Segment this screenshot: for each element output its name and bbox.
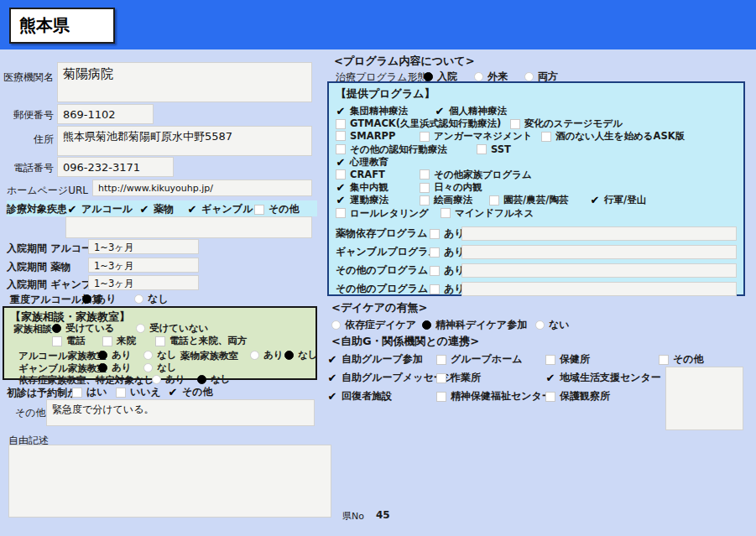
sst-checkbox[interactable]: SST xyxy=(477,143,511,155)
smarpp-checkbox[interactable]: SMARPP xyxy=(336,130,395,142)
stay-drug-label: 入院期間 薬物 xyxy=(7,260,70,274)
checkbox-icon xyxy=(168,388,178,398)
ask-edition-checkbox[interactable]: 酒のない人生を始めるASK版 xyxy=(541,130,685,143)
other-program-detail-input-1[interactable] xyxy=(461,263,737,278)
gambling-program-detail-input[interactable] xyxy=(461,245,737,259)
drug-program-row: 薬物依存プログラム あり xyxy=(336,225,737,243)
phone-input[interactable]: 096-232-3171 xyxy=(57,157,174,177)
alcohol-class-nashi-radio[interactable]: なし xyxy=(143,349,177,362)
checkbox-icon xyxy=(72,388,82,398)
severe-ari-radio[interactable]: あり xyxy=(82,292,117,306)
other-program-ari-checkbox-1[interactable]: あり xyxy=(430,263,461,278)
other-program-ari-checkbox-2[interactable]: あり xyxy=(430,282,461,296)
checkbox-icon xyxy=(327,355,337,365)
severe-nashi-radio[interactable]: なし xyxy=(134,292,169,306)
disease-other-checkbox[interactable]: その他 xyxy=(254,202,300,216)
stay-drug-input[interactable]: 1~3ヶ月 xyxy=(88,258,199,273)
role-lettering-checkbox[interactable]: ロールレタリング xyxy=(336,207,429,220)
stay-alcohol-input[interactable]: 1~3ヶ月 xyxy=(88,239,199,254)
stage-of-change-checkbox[interactable]: 変化のステージモデル xyxy=(510,117,623,130)
other-note-input[interactable]: 緊急度で分けている。 xyxy=(46,399,315,426)
group-home-checkbox[interactable]: グループホーム xyxy=(436,352,522,367)
disease-alcohol-checkbox[interactable]: アルコール xyxy=(67,202,133,216)
checkbox-icon xyxy=(327,373,337,383)
checkbox-icon xyxy=(336,169,346,180)
addiction-daycare-radio[interactable]: 依存症デイケア xyxy=(331,318,416,332)
drug-program-detail-input[interactable] xyxy=(461,226,737,241)
group-psychotherapy-checkbox[interactable]: 集団精神療法 xyxy=(336,105,408,117)
network-other-checkbox[interactable]: その他 xyxy=(659,352,704,367)
other-program-detail-input-2[interactable] xyxy=(461,282,737,296)
checkbox-label: 集中内観 xyxy=(350,181,388,194)
reservation-yes-checkbox[interactable]: はい xyxy=(72,385,107,399)
drug-program-label: 薬物依存プログラム xyxy=(336,226,430,241)
consult-receiving-radio[interactable]: 受けている xyxy=(52,322,115,335)
psychiatric-daycare-radio[interactable]: 精神科デイケア参加 xyxy=(422,318,527,332)
self-help-group-checkbox[interactable]: 自助グループ参加 xyxy=(327,352,423,367)
mindfulness-checkbox[interactable]: マインドフルネス xyxy=(441,207,534,220)
institution-label: 医療機関名 xyxy=(2,70,54,85)
prefecture-label: 熊本県 xyxy=(19,14,70,37)
hiking-checkbox[interactable]: 行軍/登山 xyxy=(590,194,646,206)
art-therapy-checkbox[interactable]: 絵画療法 xyxy=(420,194,472,206)
checkbox-label: 薬物 xyxy=(154,202,174,216)
mental-health-welfare-center-checkbox[interactable]: 精神保健福祉センター xyxy=(436,389,552,403)
general-class-nashi-radio[interactable]: なし xyxy=(197,373,231,386)
drug-class-ari-radio[interactable]: あり xyxy=(250,349,284,362)
consult-not-receiving-radio[interactable]: 受けていない xyxy=(136,322,208,335)
gambling-class-nashi-radio[interactable]: なし xyxy=(143,362,177,374)
health-center-checkbox[interactable]: 保健所 xyxy=(545,352,590,367)
checkbox-label: 日々の内観 xyxy=(434,181,482,194)
craft-checkbox[interactable]: CRAFT xyxy=(336,169,385,180)
radio-label: 受けている xyxy=(65,322,115,335)
other-cbt-checkbox[interactable]: その他の認知行動療法 xyxy=(336,143,447,156)
daycare-heading: <デイケアの有無> xyxy=(331,300,427,315)
institution-input[interactable]: 菊陽病院 xyxy=(57,62,312,102)
postal-input[interactable]: 869-1102 xyxy=(57,104,154,124)
disease-gambling-checkbox[interactable]: ギャンブル xyxy=(187,202,253,216)
radio-label: あり xyxy=(96,292,117,306)
exercise-therapy-checkbox[interactable]: 運動療法 xyxy=(336,194,388,206)
radio-icon xyxy=(284,351,294,360)
no-daycare-radio[interactable]: ない xyxy=(535,318,570,332)
checkbox-label: 変化のステージモデル xyxy=(524,117,623,130)
drug-class-nashi-radio[interactable]: なし xyxy=(284,349,318,362)
consult-both-checkbox[interactable]: 電話と来院、両方 xyxy=(155,335,247,347)
gtmack-checkbox[interactable]: GTMACK(久里浜式認知行動療法) xyxy=(336,117,501,130)
self-help-message-checkbox[interactable]: 自助グループメッセージ xyxy=(327,371,454,385)
general-class-ari-radio[interactable]: あり xyxy=(152,373,185,386)
network-other-detail-box[interactable] xyxy=(665,367,743,430)
checkbox-icon xyxy=(420,195,430,206)
intensive-naikan-checkbox[interactable]: 集中内観 xyxy=(336,181,388,194)
horticulture-checkbox[interactable]: 園芸/農芸/陶芸 xyxy=(489,194,568,206)
recovery-facility-checkbox[interactable]: 回復者施設 xyxy=(327,389,392,403)
reservation-no-checkbox[interactable]: いいえ xyxy=(116,385,161,399)
workshop-checkbox[interactable]: 作業所 xyxy=(436,371,481,385)
checkbox-label: 電話 xyxy=(66,335,86,347)
stay-gambling-input[interactable]: 1~3ヶ月 xyxy=(88,275,199,290)
consult-visit-checkbox[interactable]: 来院 xyxy=(102,335,136,347)
radio-icon xyxy=(424,72,433,81)
url-input[interactable]: http://www.kikuyouhp.jp/ xyxy=(92,180,312,196)
free-text-area[interactable] xyxy=(8,445,331,518)
other-family-program-checkbox[interactable]: その他家族プログラム xyxy=(420,169,532,181)
checkbox-icon xyxy=(116,388,126,398)
gambling-program-ari-checkbox[interactable]: あり xyxy=(430,245,461,259)
checkbox-icon xyxy=(545,355,555,365)
checkbox-icon xyxy=(67,205,77,215)
checkbox-icon xyxy=(436,355,446,365)
address-input[interactable]: 熊本県菊池郡菊陽町原水中野5587 xyxy=(57,126,312,156)
individual-psychotherapy-checkbox[interactable]: 個人精神療法 xyxy=(435,105,507,117)
reservation-other-checkbox[interactable]: その他 xyxy=(168,385,213,399)
alcohol-class-ari-radio[interactable]: あり xyxy=(98,349,132,362)
community-support-center-checkbox[interactable]: 地域生活支援センター xyxy=(545,371,661,385)
daily-naikan-checkbox[interactable]: 日々の内観 xyxy=(420,181,482,194)
probation-office-checkbox[interactable]: 保護観察所 xyxy=(545,389,610,403)
gambling-class-ari-radio[interactable]: あり xyxy=(98,362,132,374)
disease-other-detail-input[interactable] xyxy=(65,216,312,238)
psychoeducation-checkbox[interactable]: 心理教育 xyxy=(336,156,388,169)
anger-management-checkbox[interactable]: アンガーマネジメント xyxy=(420,130,532,143)
disease-drug-checkbox[interactable]: 薬物 xyxy=(139,202,174,216)
drug-program-ari-checkbox[interactable]: あり xyxy=(430,226,461,241)
consult-phone-checkbox[interactable]: 電話 xyxy=(52,335,86,347)
